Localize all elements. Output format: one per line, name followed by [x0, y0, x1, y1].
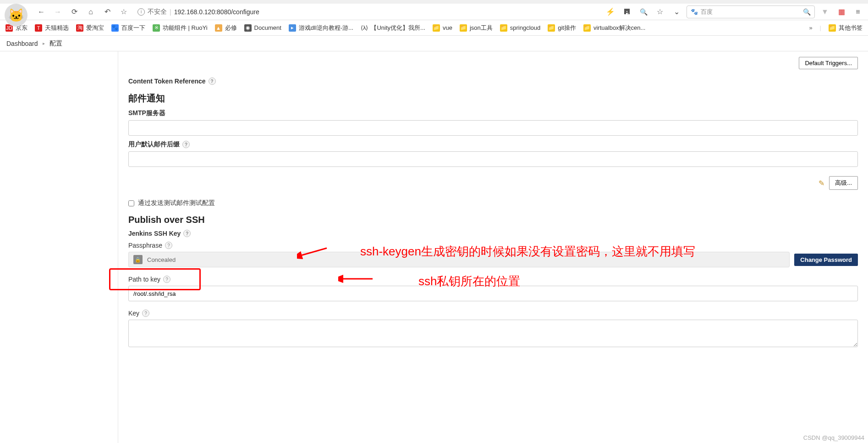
- lock-icon: 🔒: [133, 255, 143, 264]
- passphrase-concealed: 🔒 Concealed: [128, 252, 790, 267]
- info-icon: i: [137, 8, 145, 16]
- pencil-icon: ✎: [819, 179, 824, 188]
- help-icon[interactable]: ?: [182, 141, 190, 148]
- content-token-label: Content Token Reference ?: [128, 78, 858, 85]
- mail-section-heading: 邮件通知: [128, 92, 858, 105]
- flash-icon[interactable]: ⚡: [604, 6, 617, 18]
- advanced-button[interactable]: 高级...: [829, 176, 858, 190]
- crumb-dashboard[interactable]: Dashboard: [6, 40, 38, 47]
- insecure-label: 不安全: [148, 8, 167, 16]
- help-icon[interactable]: ?: [209, 78, 216, 85]
- key-label: Key ?: [128, 310, 858, 317]
- bm-aitaobao[interactable]: 淘爱淘宝: [76, 24, 104, 32]
- browser-tabs: [0, 0, 868, 4]
- undo-button[interactable]: ↶: [101, 6, 114, 18]
- bm-unity[interactable]: ⟨λ⟩【Unity优化】我所...: [361, 24, 425, 32]
- bm-baidu[interactable]: 🐾百度一下: [111, 24, 145, 32]
- suffix-input[interactable]: [128, 151, 858, 167]
- path-key-label: Path to key ?: [128, 276, 858, 283]
- crumb-config[interactable]: 配置: [49, 39, 62, 48]
- search-icon: 🔍: [803, 8, 811, 16]
- bm-more[interactable]: »: [809, 24, 812, 31]
- content: Default Triggers... Content Token Refere…: [118, 51, 868, 443]
- path-key-input[interactable]: [128, 286, 858, 301]
- favorite-icon[interactable]: ☆: [654, 6, 666, 18]
- smtp-input[interactable]: [128, 120, 858, 136]
- bm-document[interactable]: ◉Document: [244, 24, 281, 32]
- zoom-icon[interactable]: 🔍: [637, 6, 650, 18]
- bm-dll[interactable]: ▸游戏dll逆向教程-游...: [289, 24, 353, 32]
- bm-json[interactable]: 📁json工具: [460, 24, 493, 32]
- test-mail-label: 通过发送测试邮件测试配置: [138, 199, 215, 207]
- change-password-button[interactable]: Change Password: [794, 254, 858, 266]
- chevron-right-icon: ▸: [43, 41, 45, 46]
- pdf-icon[interactable]: ▦: [835, 6, 848, 18]
- test-mail-row: 通过发送测试邮件测试配置: [128, 199, 858, 207]
- dropdown-icon[interactable]: ⌄: [670, 6, 683, 18]
- smtp-label: SMTP服务器: [128, 109, 858, 117]
- search-box[interactable]: 🐾 百度 🔍: [687, 6, 815, 18]
- jenkins-key-label: Jenkins SSH Key ?: [128, 230, 858, 237]
- default-triggers-button[interactable]: Default Triggers...: [799, 57, 858, 69]
- bm-springcloud[interactable]: 📁springcloud: [500, 24, 541, 32]
- breadcrumb: Dashboard ▸ 配置: [0, 36, 868, 51]
- passphrase-label: Passphrase ?: [128, 242, 858, 249]
- url-box[interactable]: i 不安全 | 192.168.0.120:8080/configure: [134, 6, 263, 18]
- avatar: 🐱: [5, 4, 27, 27]
- sidebar: [0, 51, 118, 443]
- reload-button[interactable]: ⟳: [68, 6, 81, 18]
- bm-git[interactable]: 📁git操作: [548, 24, 576, 32]
- bookmarks-bar: JD京东 T天猫精选 淘爱淘宝 🐾百度一下 ※功能组件 | RuoYi ▲必修 …: [0, 20, 868, 36]
- bm-other[interactable]: 📁其他书签: [829, 24, 863, 32]
- suffix-label: 用户默认邮件后缀 ?: [128, 140, 858, 149]
- test-mail-checkbox[interactable]: [128, 200, 134, 206]
- forward-button[interactable]: →: [51, 6, 64, 18]
- home-button[interactable]: ⌂: [84, 6, 97, 18]
- ssh-section-heading: Publish over SSH: [128, 215, 858, 225]
- bm-vue[interactable]: 📁vue: [433, 24, 452, 32]
- v-icon[interactable]: ▼: [819, 6, 831, 18]
- bm-bixiu[interactable]: ▲必修: [215, 24, 237, 32]
- bm-ruoyi[interactable]: ※功能组件 | RuoYi: [153, 24, 208, 32]
- url-text: 192.168.0.120:8080/configure: [174, 8, 259, 16]
- menu-icon[interactable]: ≡: [852, 6, 864, 18]
- help-icon[interactable]: ?: [163, 276, 170, 283]
- watermark: CSDN @qq_39009944: [803, 434, 864, 441]
- search-placeholder: 百度: [701, 8, 713, 16]
- bm-vbox[interactable]: 📁virtualbox解决cen...: [583, 24, 645, 32]
- help-icon[interactable]: ?: [183, 230, 191, 237]
- address-bar: ← → ⟳ ⌂ ↶ ☆ i 不安全 | 192.168.0.120:8080/c…: [0, 4, 868, 20]
- translate-icon[interactable]: 🖪: [621, 6, 633, 18]
- help-icon[interactable]: ?: [142, 310, 149, 317]
- star-button[interactable]: ☆: [117, 6, 130, 18]
- bm-tmall[interactable]: T天猫精选: [35, 24, 69, 32]
- main: Default Triggers... Content Token Refere…: [0, 51, 868, 443]
- key-textarea[interactable]: [128, 320, 858, 347]
- back-button[interactable]: ←: [35, 6, 48, 18]
- help-icon[interactable]: ?: [165, 242, 172, 249]
